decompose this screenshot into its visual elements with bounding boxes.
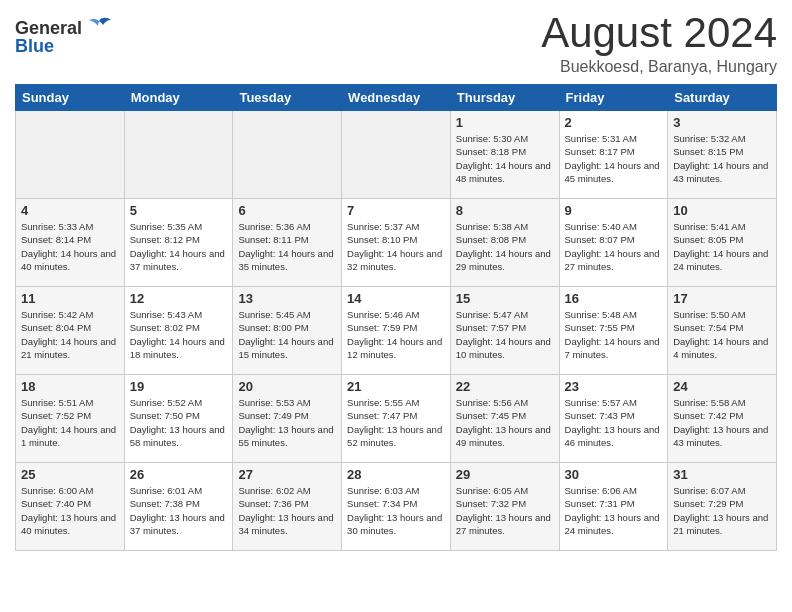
day-number: 30 — [565, 467, 663, 482]
location-title: Buekkoesd, Baranya, Hungary — [541, 58, 777, 76]
weekday-header-sunday: Sunday — [16, 85, 125, 111]
calendar-cell: 16Sunrise: 5:48 AMSunset: 7:55 PMDayligh… — [559, 287, 668, 375]
day-info: Sunrise: 6:01 AMSunset: 7:38 PMDaylight:… — [130, 484, 228, 537]
day-number: 16 — [565, 291, 663, 306]
weekday-header-wednesday: Wednesday — [342, 85, 451, 111]
calendar-cell — [16, 111, 125, 199]
day-info: Sunrise: 5:57 AMSunset: 7:43 PMDaylight:… — [565, 396, 663, 449]
day-info: Sunrise: 6:03 AMSunset: 7:34 PMDaylight:… — [347, 484, 445, 537]
day-info: Sunrise: 5:53 AMSunset: 7:49 PMDaylight:… — [238, 396, 336, 449]
day-number: 25 — [21, 467, 119, 482]
day-number: 18 — [21, 379, 119, 394]
calendar-cell: 26Sunrise: 6:01 AMSunset: 7:38 PMDayligh… — [124, 463, 233, 551]
day-number: 3 — [673, 115, 771, 130]
day-number: 14 — [347, 291, 445, 306]
day-number: 31 — [673, 467, 771, 482]
calendar-cell: 5Sunrise: 5:35 AMSunset: 8:12 PMDaylight… — [124, 199, 233, 287]
calendar-cell: 4Sunrise: 5:33 AMSunset: 8:14 PMDaylight… — [16, 199, 125, 287]
calendar-cell: 8Sunrise: 5:38 AMSunset: 8:08 PMDaylight… — [450, 199, 559, 287]
calendar-cell — [124, 111, 233, 199]
day-number: 2 — [565, 115, 663, 130]
day-number: 21 — [347, 379, 445, 394]
month-title: August 2024 — [541, 10, 777, 56]
calendar-cell: 6Sunrise: 5:36 AMSunset: 8:11 PMDaylight… — [233, 199, 342, 287]
week-row-5: 25Sunrise: 6:00 AMSunset: 7:40 PMDayligh… — [16, 463, 777, 551]
day-number: 10 — [673, 203, 771, 218]
weekday-header-row: SundayMondayTuesdayWednesdayThursdayFrid… — [16, 85, 777, 111]
calendar-cell: 24Sunrise: 5:58 AMSunset: 7:42 PMDayligh… — [668, 375, 777, 463]
logo-bird-icon — [85, 17, 113, 39]
day-number: 8 — [456, 203, 554, 218]
calendar-cell: 2Sunrise: 5:31 AMSunset: 8:17 PMDaylight… — [559, 111, 668, 199]
day-number: 22 — [456, 379, 554, 394]
day-number: 7 — [347, 203, 445, 218]
day-info: Sunrise: 5:35 AMSunset: 8:12 PMDaylight:… — [130, 220, 228, 273]
day-number: 23 — [565, 379, 663, 394]
day-info: Sunrise: 6:07 AMSunset: 7:29 PMDaylight:… — [673, 484, 771, 537]
day-number: 27 — [238, 467, 336, 482]
header: General Blue August 2024 Buekkoesd, Bara… — [15, 10, 777, 76]
day-number: 29 — [456, 467, 554, 482]
calendar-cell: 15Sunrise: 5:47 AMSunset: 7:57 PMDayligh… — [450, 287, 559, 375]
day-number: 15 — [456, 291, 554, 306]
calendar-cell: 29Sunrise: 6:05 AMSunset: 7:32 PMDayligh… — [450, 463, 559, 551]
day-number: 11 — [21, 291, 119, 306]
day-number: 12 — [130, 291, 228, 306]
day-info: Sunrise: 5:40 AMSunset: 8:07 PMDaylight:… — [565, 220, 663, 273]
calendar-cell: 18Sunrise: 5:51 AMSunset: 7:52 PMDayligh… — [16, 375, 125, 463]
day-info: Sunrise: 6:00 AMSunset: 7:40 PMDaylight:… — [21, 484, 119, 537]
day-number: 9 — [565, 203, 663, 218]
calendar-cell: 1Sunrise: 5:30 AMSunset: 8:18 PMDaylight… — [450, 111, 559, 199]
day-number: 13 — [238, 291, 336, 306]
calendar-cell: 7Sunrise: 5:37 AMSunset: 8:10 PMDaylight… — [342, 199, 451, 287]
calendar-cell: 3Sunrise: 5:32 AMSunset: 8:15 PMDaylight… — [668, 111, 777, 199]
day-info: Sunrise: 5:32 AMSunset: 8:15 PMDaylight:… — [673, 132, 771, 185]
calendar-cell: 14Sunrise: 5:46 AMSunset: 7:59 PMDayligh… — [342, 287, 451, 375]
day-info: Sunrise: 5:42 AMSunset: 8:04 PMDaylight:… — [21, 308, 119, 361]
calendar-cell — [342, 111, 451, 199]
day-info: Sunrise: 5:45 AMSunset: 8:00 PMDaylight:… — [238, 308, 336, 361]
day-number: 24 — [673, 379, 771, 394]
week-row-3: 11Sunrise: 5:42 AMSunset: 8:04 PMDayligh… — [16, 287, 777, 375]
weekday-header-thursday: Thursday — [450, 85, 559, 111]
day-info: Sunrise: 6:06 AMSunset: 7:31 PMDaylight:… — [565, 484, 663, 537]
calendar-cell: 17Sunrise: 5:50 AMSunset: 7:54 PMDayligh… — [668, 287, 777, 375]
calendar-cell: 19Sunrise: 5:52 AMSunset: 7:50 PMDayligh… — [124, 375, 233, 463]
calendar-cell: 25Sunrise: 6:00 AMSunset: 7:40 PMDayligh… — [16, 463, 125, 551]
week-row-2: 4Sunrise: 5:33 AMSunset: 8:14 PMDaylight… — [16, 199, 777, 287]
day-info: Sunrise: 6:05 AMSunset: 7:32 PMDaylight:… — [456, 484, 554, 537]
day-info: Sunrise: 5:48 AMSunset: 7:55 PMDaylight:… — [565, 308, 663, 361]
day-number: 4 — [21, 203, 119, 218]
day-info: Sunrise: 5:36 AMSunset: 8:11 PMDaylight:… — [238, 220, 336, 273]
day-info: Sunrise: 5:46 AMSunset: 7:59 PMDaylight:… — [347, 308, 445, 361]
calendar-cell: 11Sunrise: 5:42 AMSunset: 8:04 PMDayligh… — [16, 287, 125, 375]
calendar-table: SundayMondayTuesdayWednesdayThursdayFrid… — [15, 84, 777, 551]
day-info: Sunrise: 5:50 AMSunset: 7:54 PMDaylight:… — [673, 308, 771, 361]
week-row-1: 1Sunrise: 5:30 AMSunset: 8:18 PMDaylight… — [16, 111, 777, 199]
weekday-header-friday: Friday — [559, 85, 668, 111]
calendar-cell: 10Sunrise: 5:41 AMSunset: 8:05 PMDayligh… — [668, 199, 777, 287]
calendar-cell: 27Sunrise: 6:02 AMSunset: 7:36 PMDayligh… — [233, 463, 342, 551]
weekday-header-monday: Monday — [124, 85, 233, 111]
day-number: 5 — [130, 203, 228, 218]
day-info: Sunrise: 5:41 AMSunset: 8:05 PMDaylight:… — [673, 220, 771, 273]
calendar-cell: 22Sunrise: 5:56 AMSunset: 7:45 PMDayligh… — [450, 375, 559, 463]
day-number: 6 — [238, 203, 336, 218]
logo: General Blue — [15, 18, 113, 57]
day-info: Sunrise: 5:56 AMSunset: 7:45 PMDaylight:… — [456, 396, 554, 449]
week-row-4: 18Sunrise: 5:51 AMSunset: 7:52 PMDayligh… — [16, 375, 777, 463]
calendar-cell: 20Sunrise: 5:53 AMSunset: 7:49 PMDayligh… — [233, 375, 342, 463]
day-number: 28 — [347, 467, 445, 482]
day-info: Sunrise: 5:33 AMSunset: 8:14 PMDaylight:… — [21, 220, 119, 273]
day-info: Sunrise: 5:38 AMSunset: 8:08 PMDaylight:… — [456, 220, 554, 273]
calendar-cell: 21Sunrise: 5:55 AMSunset: 7:47 PMDayligh… — [342, 375, 451, 463]
day-info: Sunrise: 5:37 AMSunset: 8:10 PMDaylight:… — [347, 220, 445, 273]
day-info: Sunrise: 5:52 AMSunset: 7:50 PMDaylight:… — [130, 396, 228, 449]
day-info: Sunrise: 5:31 AMSunset: 8:17 PMDaylight:… — [565, 132, 663, 185]
calendar-cell: 23Sunrise: 5:57 AMSunset: 7:43 PMDayligh… — [559, 375, 668, 463]
calendar-cell — [233, 111, 342, 199]
day-number: 17 — [673, 291, 771, 306]
calendar-cell: 28Sunrise: 6:03 AMSunset: 7:34 PMDayligh… — [342, 463, 451, 551]
day-number: 20 — [238, 379, 336, 394]
title-area: August 2024 Buekkoesd, Baranya, Hungary — [541, 10, 777, 76]
